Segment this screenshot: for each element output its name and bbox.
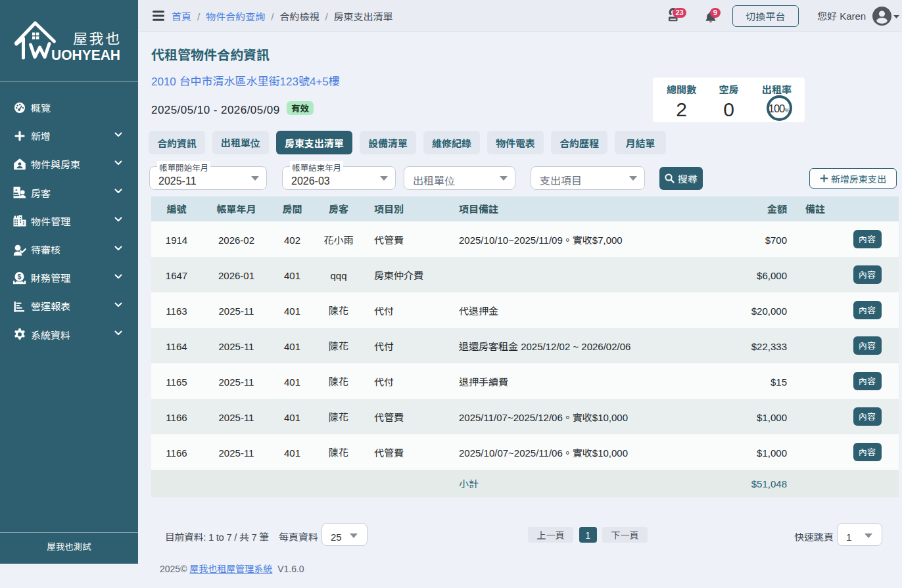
svg-text:屋我也: 屋我也 bbox=[73, 27, 122, 48]
svg-text:UOHYEAH: UOHYEAH bbox=[51, 47, 120, 63]
svg-text:$: $ bbox=[17, 273, 21, 281]
